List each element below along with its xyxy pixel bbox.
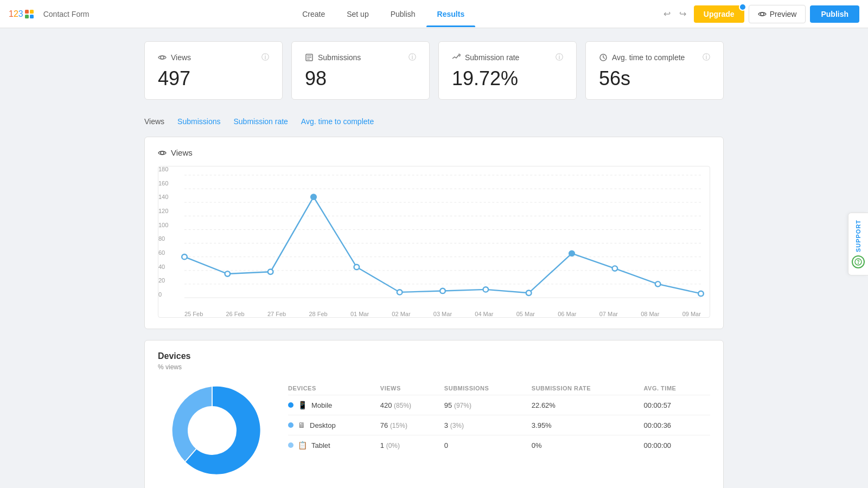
logo-digit-2: 2 [14,9,18,19]
device-dot [288,422,293,428]
device-views: 76 (15%) [380,415,444,435]
nav-publish[interactable]: Publish [380,1,426,27]
logo-icon [24,9,35,20]
device-row-tablet: 📋 Tablet 1 (0%) 0 0% 00:00:00 [288,435,710,455]
stat-submissions-value: 98 [305,69,416,88]
submission-rate-info-icon[interactable]: ⓘ [556,53,563,62]
svg-line-14 [603,57,605,59]
logo: 1 2 3 [9,9,35,20]
stat-card-submissions-header: Submissions ⓘ [305,53,416,62]
pie-chart [158,382,266,481]
col-submissions: SUBMISSIONS [444,382,532,395]
svg-point-28 [268,269,273,274]
tab-submissions[interactable]: Submissions [177,115,220,128]
svg-point-31 [397,290,403,294]
device-name-label: Tablet [311,441,330,450]
nav-set-up[interactable]: Set up [336,1,379,27]
upgrade-button[interactable]: Upgrade [694,5,744,23]
stat-avg-time-value: 56s [599,69,710,88]
chart-tabs: Views Submissions Submission rate Avg. t… [144,115,724,128]
stat-submission-rate-value: 19.72% [452,69,563,88]
stat-submissions-label: Submissions [305,53,361,62]
svg-point-37 [655,281,661,286]
device-name-label: Mobile [311,401,332,409]
device-type-icon: 📱 [298,401,307,409]
stat-card-submission-rate-header: Submission rate ⓘ [452,53,563,62]
x-axis-labels: 25 Feb 26 Feb 27 Feb 28 Feb 01 Mar 02 Ma… [184,311,701,317]
views-info-icon[interactable]: ⓘ [261,53,269,62]
submissions-info-icon[interactable]: ⓘ [409,53,416,62]
device-dot [288,442,293,448]
stat-card-avg-time: Avg. time to complete ⓘ 56s [585,41,724,100]
svg-point-26 [182,254,187,259]
chart-container: 180 160 140 120 100 80 60 40 20 0 25 Feb… [158,166,710,318]
nav-create[interactable]: Create [291,1,336,27]
svg-rect-2 [25,15,29,18]
device-type-icon: 🖥 [298,421,305,429]
device-name-cell: 📋 Tablet [288,435,380,455]
svg-point-29 [311,195,316,200]
redo-button[interactable]: ↪ [676,5,690,22]
svg-point-27 [225,271,230,276]
header: 1 2 3 Contact Form Create Set up Publish… [0,0,868,28]
svg-rect-1 [30,10,34,14]
svg-point-32 [440,288,445,293]
stat-views-label: Views [158,53,191,62]
device-submissions: 0 [444,435,532,455]
tab-submission-rate[interactable]: Submission rate [233,115,288,128]
undo-button[interactable]: ↩ [660,5,674,22]
stat-avg-time-label: Avg. time to complete [599,53,685,62]
svg-point-4 [761,12,764,16]
stats-grid: Views ⓘ 497 Submissions ⓘ 98 [144,41,724,100]
stat-submission-rate-label: Submission rate [452,53,519,62]
devices-table: DEVICES VIEWS SUBMISSIONS SUBMISSION RAT… [288,382,710,455]
stat-card-submission-rate: Submission rate ⓘ 19.72% [438,41,577,100]
support-sidebar[interactable]: SUPPORT [848,213,868,275]
stat-views-value: 497 [158,69,269,88]
form-title: Contact Form [43,10,90,18]
col-views: VIEWS [380,382,444,395]
logo-digit-3: 3 [18,9,23,19]
svg-point-15 [161,151,164,155]
svg-rect-3 [30,15,34,18]
avg-time-icon [599,53,608,62]
undo-redo-group: ↩ ↪ [660,5,690,22]
svg-rect-0 [25,10,29,14]
svg-point-35 [569,251,575,256]
tab-views[interactable]: Views [144,115,164,128]
chart-views-icon [158,149,167,157]
submission-rate-icon [452,53,461,62]
preview-button[interactable]: Preview [749,5,806,23]
devices-content: DEVICES VIEWS SUBMISSIONS SUBMISSION RAT… [158,382,710,481]
svg-point-34 [526,291,532,296]
nav-results[interactable]: Results [426,1,476,27]
svg-point-38 [698,291,704,296]
device-type-icon: 📋 [298,441,307,450]
logo-digit-1: 1 [9,9,14,19]
chart-panel-title: Views [158,148,710,157]
device-name-cell: 🖥 Desktop [288,415,380,435]
stat-card-views: Views ⓘ 497 [144,41,283,100]
publish-button[interactable]: Publish [810,5,859,23]
avg-time-info-icon[interactable]: ⓘ [703,53,710,62]
device-dot [288,402,293,408]
devices-panel: Devices % views [144,340,724,488]
devices-title: Devices [158,351,710,361]
main-content: Views ⓘ 497 Submissions ⓘ 98 [136,28,732,488]
device-avg-time: 00:00:36 [643,415,710,435]
device-row-mobile: 📱 Mobile 420 (85%) 95 (97%) 22.62% 00:00… [288,395,710,415]
support-icon [852,255,865,268]
views-chart-svg [184,175,701,298]
device-submission-rate: 22.62% [532,395,644,415]
tab-avg-time[interactable]: Avg. time to complete [301,115,374,128]
device-submissions: 3 (3%) [444,415,532,435]
device-name-cell: 📱 Mobile [288,395,380,415]
main-nav: Create Set up Publish Results [107,1,660,27]
col-submission-rate: SUBMISSION RATE [532,382,644,395]
svg-point-5 [161,56,164,59]
eye-icon [758,10,767,18]
views-icon [158,53,167,62]
col-avg-time: AVG. TIME [643,382,710,395]
device-submission-rate: 0% [532,435,644,455]
device-row-desktop: 🖥 Desktop 76 (15%) 3 (3%) 3.95% 00:00:36 [288,415,710,435]
